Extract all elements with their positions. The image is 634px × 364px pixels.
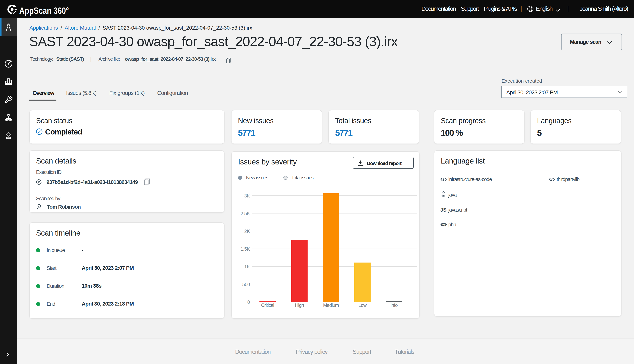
svg-text:Low: Low — [358, 302, 367, 308]
svg-text:Info: Info — [390, 302, 398, 308]
svg-text:High: High — [295, 302, 304, 308]
svg-text:2K: 2K — [244, 228, 250, 234]
svg-text:Medium: Medium — [323, 302, 339, 308]
svg-text:3K: 3K — [244, 193, 250, 198]
svg-text:1K: 1K — [244, 264, 250, 269]
svg-text:0: 0 — [247, 300, 250, 305]
svg-text:php: php — [442, 224, 445, 226]
svg-text:Critical: Critical — [261, 302, 274, 308]
svg-text:2.5K: 2.5K — [241, 211, 250, 216]
svg-text:500: 500 — [242, 282, 250, 287]
svg-text:1.5K: 1.5K — [241, 246, 250, 252]
